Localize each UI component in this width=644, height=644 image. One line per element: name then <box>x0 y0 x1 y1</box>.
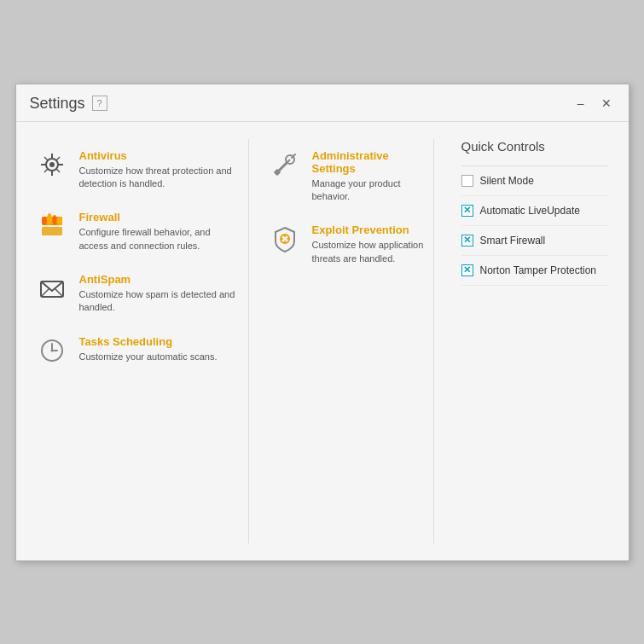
exploit-text: Exploit Prevention Customize how applica… <box>312 223 426 265</box>
tasks-icon <box>37 335 67 366</box>
svg-line-17 <box>41 288 49 297</box>
sidebar-item-admin[interactable]: Administrative Settings Manage your prod… <box>270 139 426 214</box>
tasks-text: Tasks Scheduling Customize your automati… <box>79 335 218 363</box>
title-bar-controls: – ✕ <box>574 96 615 110</box>
antispam-title: AntiSpam <box>79 273 241 286</box>
svg-line-6 <box>44 157 48 160</box>
antispam-desc: Customize how spam is detected and handl… <box>79 288 241 315</box>
middle-column: Administrative Settings Manage your prod… <box>256 139 426 543</box>
qc-item-silent-mode[interactable]: Silent Mode <box>461 166 608 196</box>
qc-item-smart-firewall[interactable]: ✕ Smart Firewall <box>461 226 608 256</box>
smart-firewall-checkmark: ✕ <box>463 235 471 246</box>
svg-line-18 <box>55 288 63 297</box>
quick-controls-panel: Quick Controls Silent Mode ✕ Automatic L… <box>441 139 608 543</box>
sidebar-item-exploit[interactable]: Exploit Prevention Customize how applica… <box>270 213 426 276</box>
silent-mode-label: Silent Mode <box>480 175 534 187</box>
exploit-title: Exploit Prevention <box>312 223 426 236</box>
firewall-title: Firewall <box>79 211 241 223</box>
left-divider <box>248 139 249 543</box>
silent-mode-checkbox[interactable] <box>461 175 473 187</box>
qc-item-auto-liveupdate[interactable]: ✕ Automatic LiveUpdate <box>461 196 608 226</box>
minimize-button[interactable]: – <box>574 96 588 110</box>
svg-line-9 <box>44 169 48 172</box>
svg-line-25 <box>287 160 290 163</box>
window-title: Settings <box>30 95 85 113</box>
antispam-text: AntiSpam Customize how spam is detected … <box>79 273 241 315</box>
norton-tamper-checkmark: ✕ <box>463 264 471 276</box>
sidebar-item-firewall[interactable]: Firewall Configure firewall behavior, an… <box>37 200 241 263</box>
firewall-desc: Configure firewall behavior, and access … <box>79 226 241 252</box>
admin-icon <box>270 149 300 180</box>
close-button[interactable]: ✕ <box>598 96 615 110</box>
norton-tamper-label: Norton Tamper Protection <box>480 264 597 276</box>
tasks-title: Tasks Scheduling <box>79 335 218 348</box>
help-button[interactable]: ? <box>92 96 107 111</box>
sidebar-item-antivirus[interactable]: Antivirus Customize how threat protectio… <box>37 139 241 201</box>
settings-window: Settings ? – ✕ <box>15 84 629 561</box>
qc-item-norton-tamper[interactable]: ✕ Norton Tamper Protection <box>461 256 608 286</box>
antispam-icon <box>37 273 67 304</box>
quick-controls-title: Quick Controls <box>461 139 608 154</box>
firewall-text: Firewall Configure firewall behavior, an… <box>79 211 241 252</box>
sidebar-item-antispam[interactable]: AntiSpam Customize how spam is detected … <box>37 263 241 325</box>
svg-point-13 <box>47 213 52 225</box>
svg-point-22 <box>50 349 53 351</box>
antivirus-desc: Customize how threat protection and dete… <box>79 165 241 191</box>
norton-tamper-checkbox[interactable]: ✕ <box>461 264 473 276</box>
admin-title: Administrative Settings <box>312 149 426 175</box>
title-bar: Settings ? – ✕ <box>16 84 629 122</box>
firewall-icon <box>37 211 67 241</box>
antivirus-text: Antivirus Customize how threat protectio… <box>79 149 241 191</box>
left-column: Antivirus Customize how threat protectio… <box>37 139 241 543</box>
exploit-icon <box>270 223 300 254</box>
auto-liveupdate-checkbox[interactable]: ✕ <box>461 205 473 217</box>
antivirus-title: Antivirus <box>79 149 241 162</box>
title-bar-left: Settings ? <box>30 95 107 113</box>
auto-liveupdate-label: Automatic LiveUpdate <box>480 205 580 217</box>
svg-point-15 <box>57 217 62 225</box>
svg-point-1 <box>49 162 55 167</box>
sidebar-item-tasks[interactable]: Tasks Scheduling Customize your automati… <box>37 325 241 376</box>
admin-desc: Manage your product behavior. <box>312 177 426 204</box>
svg-point-14 <box>52 215 56 225</box>
svg-point-12 <box>42 217 47 225</box>
svg-rect-10 <box>42 227 62 235</box>
antivirus-icon <box>37 149 67 180</box>
smart-firewall-checkbox[interactable]: ✕ <box>461 235 473 247</box>
tasks-desc: Customize your automatic scans. <box>79 351 218 363</box>
auto-liveupdate-checkmark: ✕ <box>463 205 471 216</box>
exploit-desc: Customize how application threats are ha… <box>312 239 426 265</box>
content-area: Antivirus Customize how threat protectio… <box>16 122 629 560</box>
right-divider <box>433 139 434 543</box>
svg-line-8 <box>56 157 60 160</box>
smart-firewall-label: Smart Firewall <box>480 235 546 247</box>
admin-text: Administrative Settings Manage your prod… <box>312 149 426 204</box>
svg-line-7 <box>56 169 60 172</box>
